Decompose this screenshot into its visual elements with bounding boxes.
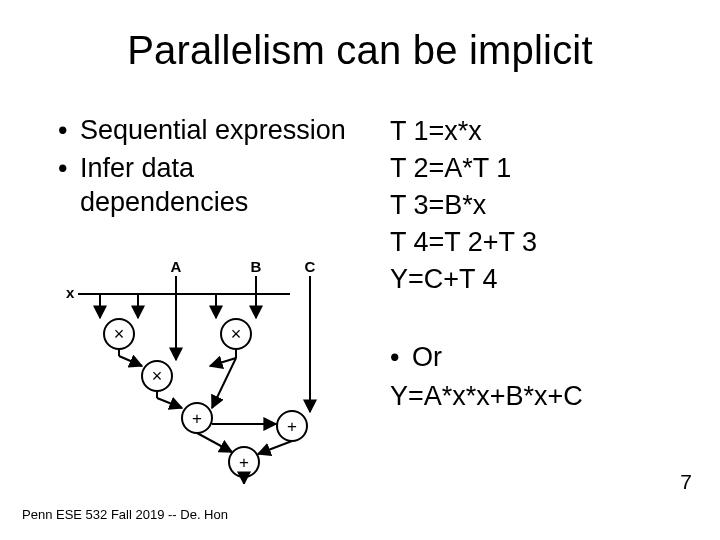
slide-title: Parallelism can be implicit bbox=[0, 28, 720, 73]
equation: Y=C+T 4 bbox=[390, 262, 690, 297]
svg-text:×: × bbox=[152, 366, 163, 386]
bullet-dot: • bbox=[58, 114, 80, 148]
right-lower-block: • Or Y=A*x*x+B*x+C bbox=[390, 340, 690, 414]
svg-text:+: + bbox=[287, 417, 297, 436]
bullet-dot: • bbox=[390, 340, 412, 375]
page-number: 7 bbox=[680, 470, 692, 494]
svg-line-22 bbox=[197, 433, 232, 452]
slide: Parallelism can be implicit • Sequential… bbox=[0, 0, 720, 540]
equation-list: T 1=x*x T 2=A*T 1 T 3=B*x T 4=T 2+T 3 Y=… bbox=[390, 114, 690, 297]
or-label: Or bbox=[412, 340, 442, 375]
node-x-label: x bbox=[66, 284, 75, 301]
svg-text:+: + bbox=[192, 409, 202, 428]
bullet-item: • Infer data dependencies bbox=[58, 152, 358, 220]
node-b-label: B bbox=[251, 258, 262, 275]
footer-text: Penn ESE 532 Fall 2019 -- De. Hon bbox=[22, 507, 228, 522]
svg-text:×: × bbox=[231, 324, 242, 344]
bullet-item: • Or bbox=[390, 340, 690, 375]
svg-line-15 bbox=[157, 398, 182, 408]
left-column: • Sequential expression • Infer data dep… bbox=[58, 114, 358, 223]
equation: T 2=A*T 1 bbox=[390, 151, 690, 186]
bullet-dot: • bbox=[58, 152, 80, 220]
equation: T 1=x*x bbox=[390, 114, 690, 149]
equation: T 3=B*x bbox=[390, 188, 690, 223]
node-a-label: A bbox=[171, 258, 182, 275]
equation: T 4=T 2+T 3 bbox=[390, 225, 690, 260]
bullet-item: • Sequential expression bbox=[58, 114, 358, 148]
bullet-text: Sequential expression bbox=[80, 114, 346, 148]
svg-line-10 bbox=[119, 356, 142, 366]
bullet-text: Infer data dependencies bbox=[80, 152, 358, 220]
dependency-diagram: x A B C × × × bbox=[60, 254, 370, 484]
svg-text:×: × bbox=[114, 324, 125, 344]
svg-line-18 bbox=[212, 358, 236, 408]
svg-text:+: + bbox=[239, 453, 249, 472]
node-c-label: C bbox=[305, 258, 316, 275]
svg-line-23 bbox=[258, 441, 292, 454]
or-equation: Y=A*x*x+B*x+C bbox=[390, 379, 690, 414]
right-column: T 1=x*x T 2=A*T 1 T 3=B*x T 4=T 2+T 3 Y=… bbox=[390, 114, 690, 299]
